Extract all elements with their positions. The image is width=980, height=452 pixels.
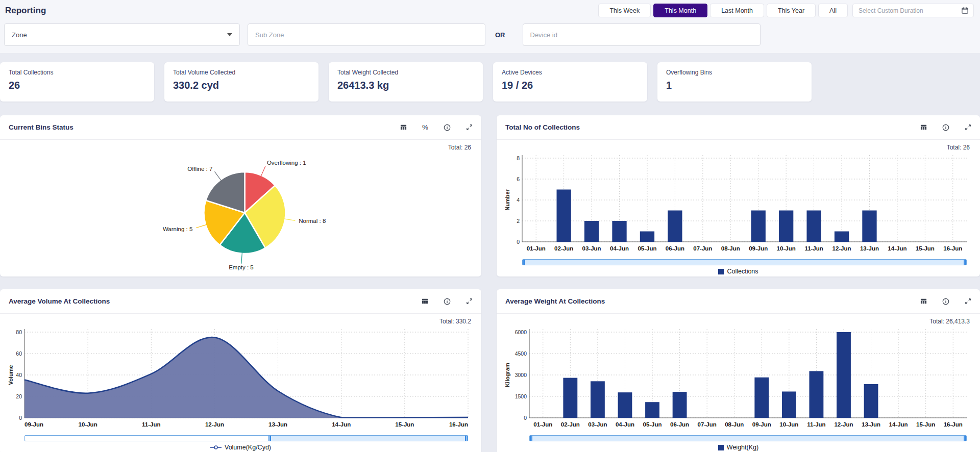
info-icon[interactable] bbox=[942, 124, 949, 131]
time-filter-last-month[interactable]: Last Month bbox=[710, 4, 764, 17]
avg-volume-range-scrollbar[interactable] bbox=[24, 435, 468, 441]
svg-text:8: 8 bbox=[517, 155, 520, 161]
svg-text:6000: 6000 bbox=[515, 329, 527, 335]
avg-volume-legend[interactable]: Volume(Kg/Cyd) bbox=[7, 444, 474, 451]
svg-text:12-Jun: 12-Jun bbox=[832, 245, 851, 252]
subzone-input[interactable] bbox=[248, 24, 485, 45]
panel-header: Current Bins Status % bbox=[0, 115, 481, 140]
data-table-icon[interactable] bbox=[422, 298, 428, 305]
legend-square-marker bbox=[718, 269, 724, 274]
expand-icon[interactable] bbox=[965, 298, 971, 305]
avg-weight-range-scrollbar[interactable] bbox=[529, 435, 967, 441]
data-table-icon[interactable] bbox=[920, 124, 927, 131]
kpi-card-total-volume-collected: Total Volume Collected330.2 cyd bbox=[164, 62, 318, 102]
time-filter-all[interactable]: All bbox=[818, 4, 848, 17]
svg-text:Warning : 5: Warning : 5 bbox=[163, 226, 192, 232]
svg-text:14-Jun: 14-Jun bbox=[332, 421, 351, 428]
zone-select[interactable]: Zone bbox=[4, 23, 240, 46]
svg-text:15-Jun: 15-Jun bbox=[916, 245, 935, 252]
panel-icon-group bbox=[920, 124, 971, 131]
svg-text:08-Jun: 08-Jun bbox=[725, 421, 744, 428]
svg-text:05-Jun: 05-Jun bbox=[643, 421, 662, 428]
collections-start-handle[interactable] bbox=[523, 260, 525, 265]
svg-text:16-Jun: 16-Jun bbox=[944, 421, 963, 428]
bins-status-svg: Overflowing : 1Normal : 8Empty : 5Warnin… bbox=[7, 151, 474, 274]
svg-text:16-Jun: 16-Jun bbox=[943, 245, 962, 252]
collections-end-handle[interactable] bbox=[964, 260, 966, 265]
panel-body: Total: 26 02468Number01-Jun02-Jun03-Jun0… bbox=[497, 140, 980, 277]
time-filter-this-month[interactable]: This Month bbox=[653, 4, 707, 17]
total-label: Total: 26 bbox=[7, 140, 474, 151]
avg-volume-start-handle[interactable] bbox=[268, 436, 271, 441]
collections-bar-chart: 02468Number01-Jun02-Jun03-Jun04-Jun05-Ju… bbox=[504, 151, 973, 275]
panel-body: Total: 26 Overflowing : 1Normal : 8Empty… bbox=[0, 140, 481, 277]
legend-label: Weight(Kg) bbox=[727, 444, 758, 451]
svg-text:80: 80 bbox=[16, 329, 22, 335]
custom-duration-input[interactable] bbox=[857, 7, 961, 15]
avg-weight-legend[interactable]: Weight(Kg) bbox=[504, 444, 973, 451]
expand-icon[interactable] bbox=[965, 124, 971, 131]
data-table-icon[interactable] bbox=[400, 124, 407, 131]
expand-icon[interactable] bbox=[466, 124, 473, 131]
kpi-label: Total Volume Collected bbox=[173, 69, 310, 76]
info-icon[interactable] bbox=[444, 124, 451, 131]
page-title: Reporting bbox=[5, 6, 46, 16]
svg-text:14-Jun: 14-Jun bbox=[888, 245, 906, 252]
kpi-card-total-collections: Total Collections26 bbox=[0, 62, 154, 102]
top-bar: Reporting This WeekThis MonthLast MonthT… bbox=[0, 0, 980, 18]
avg-weight-start-handle[interactable] bbox=[530, 436, 532, 441]
custom-duration-field[interactable] bbox=[852, 4, 974, 17]
svg-text:09-Jun: 09-Jun bbox=[749, 245, 768, 252]
or-label: OR bbox=[495, 31, 505, 39]
svg-text:12-Jun: 12-Jun bbox=[834, 421, 853, 428]
svg-text:04-Jun: 04-Jun bbox=[610, 245, 629, 252]
filters-row: Zone OR bbox=[0, 18, 980, 46]
total-label: Total: 26,413.3 bbox=[504, 314, 973, 325]
avg-weight-svg: 01500300045006000Kilogram01-Jun02-Jun03-… bbox=[504, 325, 973, 432]
svg-text:10-Jun: 10-Jun bbox=[777, 245, 796, 252]
svg-text:Offline : 7: Offline : 7 bbox=[187, 166, 212, 172]
info-icon[interactable] bbox=[444, 298, 451, 305]
time-filter-this-year[interactable]: This Year bbox=[767, 4, 816, 17]
calendar-icon[interactable] bbox=[961, 7, 969, 14]
zone-select-value: Zone bbox=[12, 31, 27, 39]
avg-weight-end-handle[interactable] bbox=[964, 436, 966, 441]
svg-text:03-Jun: 03-Jun bbox=[582, 245, 601, 252]
collections-legend[interactable]: Collections bbox=[504, 268, 973, 275]
percent-toggle-icon[interactable]: % bbox=[422, 124, 428, 131]
svg-text:14-Jun: 14-Jun bbox=[889, 421, 908, 428]
svg-text:20: 20 bbox=[16, 393, 22, 399]
device-id-field[interactable] bbox=[523, 23, 761, 46]
panel-title: Average Volume At Collections bbox=[9, 297, 110, 305]
collections-svg: 02468Number01-Jun02-Jun03-Jun04-Jun05-Ju… bbox=[504, 151, 973, 256]
panel-average-volume: Average Volume At Collections Total: 330… bbox=[0, 289, 481, 452]
svg-text:12-Jun: 12-Jun bbox=[205, 421, 224, 428]
svg-text:13-Jun: 13-Jun bbox=[862, 421, 880, 428]
info-icon[interactable] bbox=[942, 298, 949, 305]
svg-text:15-Jun: 15-Jun bbox=[395, 421, 414, 428]
kpi-value: 26413.3 kg bbox=[337, 80, 474, 91]
data-table-icon[interactable] bbox=[920, 298, 927, 305]
panel-icon-group bbox=[920, 298, 971, 305]
volume-area-chart: 020406080Volume09-Jun10-Jun11-Jun12-Jun1… bbox=[7, 325, 474, 451]
subzone-field[interactable] bbox=[248, 23, 485, 46]
device-id-input[interactable] bbox=[523, 24, 760, 45]
panel-total-collections: Total No of Collections Total: 26 02468N… bbox=[497, 115, 980, 277]
panel-body: Total: 330.2 020406080Volume09-Jun10-Jun… bbox=[0, 314, 481, 452]
collections-range-scrollbar[interactable] bbox=[522, 259, 967, 265]
time-filter-this-week[interactable]: This Week bbox=[598, 4, 651, 17]
svg-text:09-Jun: 09-Jun bbox=[752, 421, 771, 428]
total-label: Total: 330.2 bbox=[7, 314, 474, 325]
panel-icon-group bbox=[422, 298, 473, 305]
expand-icon[interactable] bbox=[466, 298, 473, 305]
legend-line-circle-marker bbox=[210, 445, 222, 450]
avg-volume-end-handle[interactable] bbox=[465, 436, 468, 441]
svg-text:0: 0 bbox=[517, 239, 520, 245]
panel-header: Total No of Collections bbox=[497, 115, 980, 140]
panel-current-bins-status: Current Bins Status % Total: 26 Overflow… bbox=[0, 115, 481, 277]
kpi-value: 26 bbox=[9, 80, 145, 91]
kpi-label: Overflowing Bins bbox=[666, 69, 803, 76]
chevron-down-icon bbox=[227, 33, 232, 36]
panel-body: Total: 26,413.3 01500300045006000Kilogra… bbox=[497, 314, 980, 452]
svg-text:Normal : 8: Normal : 8 bbox=[299, 218, 326, 224]
